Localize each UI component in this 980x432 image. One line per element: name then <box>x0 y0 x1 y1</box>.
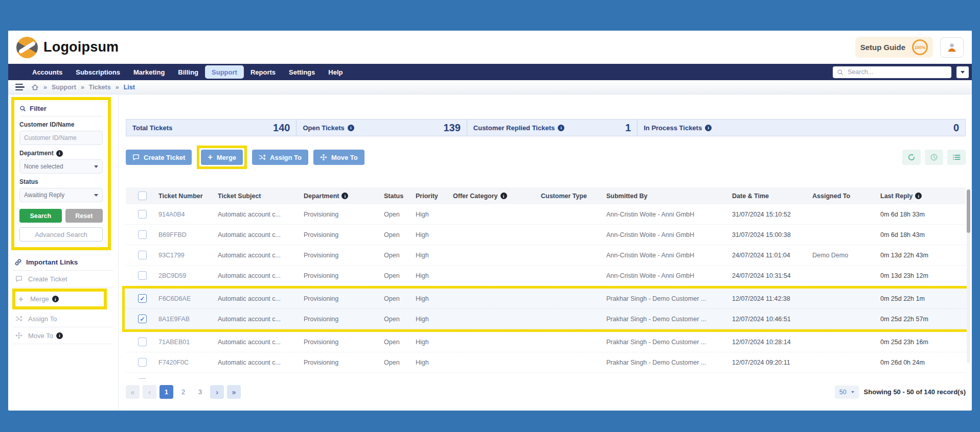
nav-item-billing[interactable]: Billing <box>171 65 205 79</box>
page-first-button[interactable]: « <box>126 385 140 399</box>
nav-item-marketing[interactable]: Marketing <box>127 65 171 79</box>
stat-value: 1 <box>625 122 631 134</box>
logo-icon <box>16 37 38 58</box>
ticket-number[interactable]: 71ABEB01 <box>158 339 218 346</box>
stat-in-process-tickets: In Process Tickets 0 <box>637 119 965 136</box>
row-checkbox[interactable] <box>138 271 147 280</box>
row-checkbox[interactable] <box>138 338 147 346</box>
ticket-subject[interactable]: Automatic account c... <box>218 295 304 302</box>
filter-highlight-box: Filter Customer ID/Name Department None … <box>11 97 111 250</box>
col-customer-type[interactable]: Customer Type <box>541 193 606 200</box>
col-priority[interactable]: Priority <box>416 193 453 200</box>
list-view-button[interactable] <box>947 150 966 165</box>
table-row[interactable]: F7420F0C Automatic account c... Provisio… <box>126 352 966 373</box>
col-submitted-by[interactable]: Submitted By <box>606 193 732 200</box>
link-merge[interactable]: + Merge <box>15 292 104 306</box>
ticket-subject[interactable]: Automatic account c... <box>218 316 304 323</box>
ticket-number[interactable]: 914A0B4 <box>158 211 218 218</box>
reset-button[interactable]: Reset <box>65 209 103 223</box>
breadcrumb-tickets[interactable]: Tickets <box>89 84 111 91</box>
info-icon <box>348 125 354 131</box>
ticket-priority: High <box>416 252 453 259</box>
table-scrollbar[interactable] <box>967 189 970 363</box>
scrollbar-thumb[interactable] <box>967 189 970 233</box>
ticket-subject[interactable]: Automatic account c... <box>218 252 304 259</box>
department-select[interactable]: None selected <box>19 159 103 174</box>
page-1-button[interactable]: 1 <box>159 385 173 399</box>
merge-button[interactable]: + Merge <box>201 150 243 165</box>
breadcrumb-separator: » <box>43 84 47 91</box>
ticket-number[interactable]: F6C6D6AE <box>158 295 218 302</box>
page-last-button[interactable]: » <box>227 385 241 399</box>
nav-item-subscriptions[interactable]: Subscriptions <box>69 65 127 79</box>
link-create-ticket[interactable]: Create Ticket <box>13 271 113 287</box>
assign-to-button[interactable]: Assign To <box>252 150 308 165</box>
page-size-select[interactable]: 50 <box>835 386 859 399</box>
ticket-subject[interactable]: Automatic account c... <box>218 211 304 218</box>
row-checkbox[interactable] <box>138 378 147 379</box>
table-row[interactable]: F6C6D6AE Automatic account c... Provisio… <box>126 289 966 309</box>
row-checkbox[interactable] <box>138 230 147 239</box>
col-status[interactable]: Status <box>384 193 416 200</box>
nav-item-help[interactable]: Help <box>322 65 349 79</box>
ticket-last-reply: 0m 25d 22h 1m <box>880 295 966 302</box>
move-to-button[interactable]: Move To <box>313 150 364 165</box>
ticket-subject[interactable]: Automatic account c... <box>218 231 304 238</box>
col-offer-category[interactable]: Offer Category <box>453 193 541 200</box>
create-ticket-button[interactable]: Create Ticket <box>126 150 192 165</box>
ticket-priority: High <box>416 272 453 279</box>
nav-item-settings[interactable]: Settings <box>282 65 322 79</box>
table-row[interactable]: 8A1E9FAB Automatic account c... Provisio… <box>126 309 966 329</box>
row-checkbox[interactable] <box>138 294 147 303</box>
ticket-number[interactable]: F7420F0C <box>158 359 218 366</box>
table-row[interactable]: 71ABEB01 Automatic account c... Provisio… <box>126 332 966 352</box>
ticket-subject[interactable]: Automatic account c... <box>218 359 304 366</box>
page-3-button[interactable]: 3 <box>193 385 207 399</box>
col-last-reply[interactable]: Last Reply <box>880 193 966 200</box>
history-button[interactable] <box>925 150 943 165</box>
customer-id-input[interactable] <box>19 131 103 145</box>
nav-item-accounts[interactable]: Accounts <box>26 65 69 79</box>
row-checkbox[interactable] <box>138 315 147 323</box>
search-input[interactable] <box>847 68 947 76</box>
nav-item-reports[interactable]: Reports <box>244 65 282 79</box>
link-assign-to[interactable]: Assign To <box>13 310 113 327</box>
search-button[interactable]: Search <box>19 209 62 223</box>
home-icon[interactable] <box>31 84 39 91</box>
ticket-department: Provisioning <box>304 231 384 238</box>
col-ticket-subject[interactable]: Ticket Subject <box>218 193 304 200</box>
refresh-button[interactable] <box>902 150 921 165</box>
breadcrumb-support[interactable]: Support <box>52 84 76 91</box>
table-row[interactable]: 2BC9D59 Automatic account c... Provision… <box>126 266 966 286</box>
page-2-button[interactable]: 2 <box>176 385 190 399</box>
ticket-number[interactable]: 93C1799 <box>158 252 218 259</box>
select-all-checkbox[interactable] <box>138 191 147 200</box>
advanced-search-button[interactable]: Advanced Search <box>19 227 103 242</box>
row-checkbox[interactable] <box>138 210 147 219</box>
status-select[interactable]: Awaiting Reply <box>19 188 103 202</box>
page-prev-button[interactable]: ‹ <box>143 385 156 399</box>
page-next-button[interactable]: › <box>210 385 224 399</box>
col-department[interactable]: Department <box>304 193 384 200</box>
sidebar-toggle-icon[interactable] <box>15 84 25 91</box>
nav-dropdown-toggle[interactable] <box>956 66 969 78</box>
col-date-time[interactable]: Date & Time <box>732 193 812 200</box>
setup-guide-button[interactable]: Setup Guide 100% <box>855 37 933 58</box>
table-row[interactable]: 914A0B4 Automatic account c... Provision… <box>126 204 966 225</box>
ticket-number[interactable]: 2BC9D59 <box>158 272 218 279</box>
ticket-number[interactable]: B69FFBD <box>158 231 218 238</box>
link-move-to[interactable]: Move To <box>13 327 113 344</box>
info-icon <box>558 125 564 131</box>
row-checkbox[interactable] <box>138 358 147 367</box>
ticket-number[interactable]: 8A1E9FAB <box>158 316 218 323</box>
row-checkbox[interactable] <box>138 251 147 259</box>
col-assigned-to[interactable]: Assigned To <box>812 193 880 200</box>
nav-item-support[interactable]: Support <box>205 65 244 79</box>
ticket-subject[interactable]: Automatic account c... <box>218 272 304 279</box>
info-icon <box>705 125 712 131</box>
user-avatar-button[interactable] <box>940 37 964 58</box>
col-ticket-number[interactable]: Ticket Number <box>158 193 218 200</box>
ticket-subject[interactable]: Automatic account c... <box>218 339 304 346</box>
table-row[interactable]: B69FFBD Automatic account c... Provision… <box>126 225 966 245</box>
table-row[interactable]: 93C1799 Automatic account c... Provision… <box>126 245 966 266</box>
